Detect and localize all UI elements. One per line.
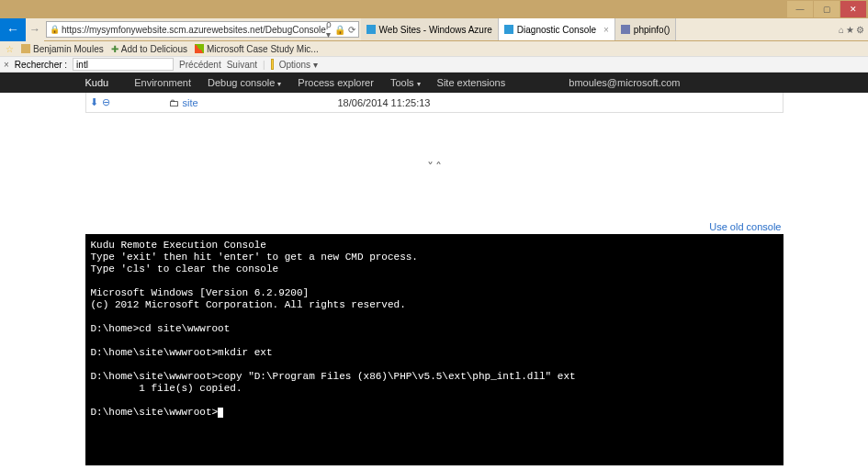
bookmarks-bar: ☆ Benjamin Moules ✚ Add to Delicious Mic… [0, 41, 868, 56]
highlight-icon [271, 59, 274, 70]
favorites-icon[interactable]: ★ [846, 25, 854, 35]
find-input[interactable] [73, 58, 174, 71]
forward-button[interactable]: → [26, 18, 44, 41]
bookmark-label: Microsoft Case Study Mic... [207, 44, 319, 54]
bookmark-benjamin[interactable]: Benjamin Moules [21, 44, 104, 54]
cursor-icon [218, 408, 223, 418]
tab-label: Diagnostic Console [517, 25, 596, 35]
browser-system-icons: ⌂ ★ ⚙ [835, 25, 868, 35]
folder-icon: 🗀 [169, 97, 179, 108]
find-close-button[interactable]: × [4, 60, 9, 70]
tab-phpinfo[interactable]: phpinfo() [615, 18, 676, 40]
folder-link-site[interactable]: site [183, 97, 198, 108]
nav-debug-console[interactable]: Debug console▾ [208, 77, 281, 88]
tab-diagnostic-console[interactable]: Diagnostic Console × [499, 18, 615, 40]
plus-icon: ✚ [111, 44, 118, 54]
browser-navbar: ← → 🔒 https://mysymfonywebsite.scm.azure… [0, 18, 868, 41]
nav-environment[interactable]: Environment [134, 77, 191, 88]
debug-console[interactable]: Kudu Remote Execution Console Type 'exit… [85, 234, 783, 465]
splitter-handle[interactable]: ˅ ˄ [85, 113, 783, 221]
settings-icon[interactable]: ⚙ [856, 25, 864, 35]
tab-label: phpinfo() [634, 25, 670, 35]
browser-tabs: Web Sites - Windows Azure Diagnostic Con… [361, 18, 835, 40]
nav-process-explorer[interactable]: Process explorer [298, 77, 374, 88]
bookmark-label: Benjamin Moules [33, 44, 104, 54]
file-row-site: ⬇ ⊖ 🗀 site 18/06/2014 11:25:13 [85, 93, 783, 113]
bookmark-delicious[interactable]: ✚ Add to Delicious [111, 44, 187, 54]
tab-azure[interactable]: Web Sites - Windows Azure [361, 18, 499, 40]
find-prev-button[interactable]: Précédent [179, 60, 221, 70]
chevron-down-icon: ▾ [417, 80, 421, 88]
chevron-down-icon: ▾ [277, 80, 281, 88]
refresh-icon[interactable]: ⟳ [348, 25, 355, 35]
window-close-button[interactable]: ✕ [840, 1, 866, 17]
download-icon[interactable]: ⬇ [90, 96, 98, 108]
favicon-php-icon [621, 25, 630, 34]
bookmark-label: Add to Delicious [121, 44, 187, 54]
lock-icon: 🔒 [50, 25, 60, 34]
ssl-icon: 🔒 [334, 25, 345, 35]
window-maximize-button[interactable]: ▢ [814, 1, 840, 17]
back-button[interactable]: ← [0, 18, 26, 41]
chevron-down-icon: ˅ [427, 160, 434, 174]
bookmark-favicon-icon [21, 44, 30, 53]
use-old-console-link[interactable]: Use old console [709, 221, 781, 232]
url-text: https://mysymfonywebsite.scm.azurewebsit… [62, 25, 326, 35]
ms-favicon-icon [195, 44, 204, 53]
tab-label: Web Sites - Windows Azure [379, 25, 492, 35]
user-email: bmoules@microsoft.com [569, 77, 680, 88]
home-icon[interactable]: ⌂ [839, 25, 844, 35]
window-minimize-button[interactable]: — [787, 1, 813, 17]
url-actions: ρ ▾ 🔒 ⟳ [326, 19, 355, 39]
console-output: Kudu Remote Execution Console Type 'exit… [91, 240, 576, 418]
kudu-navbar: Kudu Environment Debug console▾ Process … [0, 73, 868, 93]
window-titlebar: — ▢ ✕ [0, 0, 868, 18]
file-date: 18/06/2014 11:25:13 [334, 97, 783, 108]
nav-tools[interactable]: Tools▾ [390, 77, 421, 88]
kudu-brand[interactable]: Kudu [85, 77, 109, 88]
tab-close-icon[interactable]: × [603, 25, 609, 35]
favorites-star-icon[interactable]: ☆ [6, 44, 14, 54]
search-dropdown-icon[interactable]: ρ ▾ [326, 19, 332, 39]
find-label: Rechercher : [15, 60, 67, 70]
page-content: Kudu Environment Debug console▾ Process … [0, 73, 868, 470]
bookmark-ms-case-study[interactable]: Microsoft Case Study Mic... [195, 44, 319, 54]
chevron-up-icon: ˄ [435, 160, 442, 174]
delete-icon[interactable]: ⊖ [102, 96, 110, 108]
favicon-azure-icon [366, 25, 376, 34]
find-bar: × Rechercher : Précédent Suivant | Optio… [0, 56, 868, 73]
favicon-kudu-icon [504, 25, 513, 34]
address-bar[interactable]: 🔒 https://mysymfonywebsite.scm.azurewebs… [46, 21, 359, 38]
chevron-down-icon: ▾ [313, 60, 318, 70]
find-next-button[interactable]: Suivant [227, 60, 257, 70]
old-console-link-wrap: Use old console [85, 221, 783, 234]
find-options-button[interactable]: Options ▾ [279, 60, 318, 70]
nav-site-extensions[interactable]: Site extensions [437, 77, 506, 88]
